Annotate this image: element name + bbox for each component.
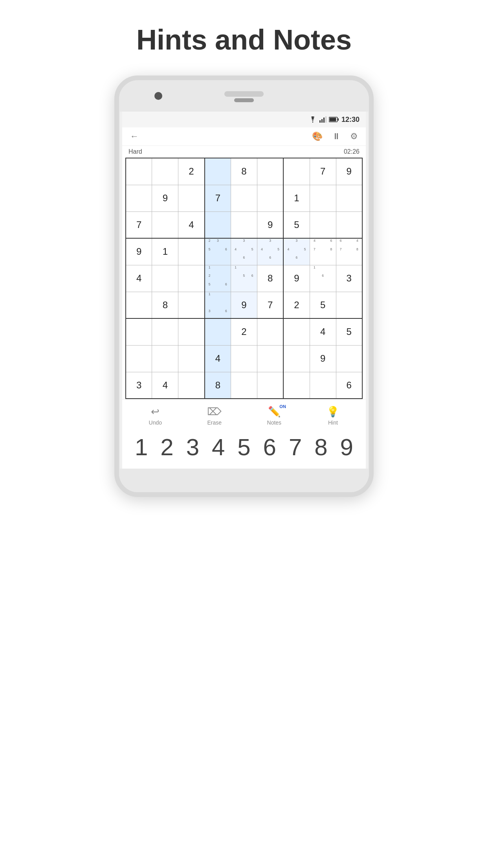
cell-r5c5[interactable]: 156 [231,265,257,292]
cell-r3c9[interactable] [336,211,362,238]
hint-button[interactable]: 💡 Hint [327,406,339,426]
cell-r2c2[interactable]: 9 [152,185,178,211]
cell-r8c1[interactable] [126,345,152,372]
cell-r1c3[interactable]: 2 [178,158,205,185]
cell-r7c4[interactable] [205,318,231,345]
cell-r6c6[interactable]: 7 [257,292,283,318]
cell-r8c6[interactable] [257,345,283,372]
cell-r4c7[interactable]: 3456 [283,238,310,265]
cell-r4c6[interactable]: 3456 [257,238,283,265]
cell-r3c1[interactable]: 7 [126,211,152,238]
cell-r1c8[interactable]: 7 [310,158,336,185]
cell-r3c8[interactable] [310,211,336,238]
cell-r6c4[interactable]: 136 [205,292,231,318]
cell-r7c9[interactable]: 5 [336,318,362,345]
cell-r3c4[interactable] [205,211,231,238]
cell-r5c2[interactable] [152,265,178,292]
digit-9[interactable]: 9 [335,434,358,461]
cell-r5c6[interactable]: 8 [257,265,283,292]
digit-5[interactable]: 5 [232,434,256,461]
digit-3[interactable]: 3 [181,434,204,461]
undo-button[interactable]: ↩ Undo [149,406,162,426]
cell-r5c4[interactable]: 1256 [205,265,231,292]
hint-icon: 💡 [327,406,339,418]
cell-r9c3[interactable] [178,372,205,399]
cell-r4c9[interactable]: 6478 [336,238,362,265]
cell-r2c7[interactable]: 1 [283,185,310,211]
digit-1[interactable]: 1 [130,434,153,461]
cell-r5c8[interactable]: 16 [310,265,336,292]
cell-r1c5[interactable]: 8 [231,158,257,185]
cell-r9c9[interactable]: 6 [336,372,362,399]
cell-r6c2[interactable]: 8 [152,292,178,318]
cell-r9c4[interactable]: 8 [205,372,231,399]
cell-r3c7[interactable]: 5 [283,211,310,238]
palette-button[interactable]: 🎨 [312,131,323,142]
cell-r4c5[interactable]: 3456 [231,238,257,265]
notes-button[interactable]: ✏️ ON Notes [267,406,282,426]
cell-r1c4[interactable] [205,158,231,185]
digit-7[interactable]: 7 [284,434,307,461]
cell-r3c3[interactable]: 4 [178,211,205,238]
cell-r1c1[interactable] [126,158,152,185]
cell-r9c7[interactable] [283,372,310,399]
cell-r2c6[interactable] [257,185,283,211]
digit-4[interactable]: 4 [207,434,230,461]
cell-r8c4[interactable]: 4 [205,345,231,372]
cell-r8c5[interactable] [231,345,257,372]
cell-r3c2[interactable] [152,211,178,238]
cell-r2c8[interactable] [310,185,336,211]
cell-r9c2[interactable]: 4 [152,372,178,399]
cell-r4c8[interactable]: 4678 [310,238,336,265]
cell-r9c1[interactable]: 3 [126,372,152,399]
cell-r6c7[interactable]: 2 [283,292,310,318]
cell-r7c6[interactable] [257,318,283,345]
cell-r6c3[interactable] [178,292,205,318]
cell-r4c3[interactable] [178,238,205,265]
cell-r7c8[interactable]: 4 [310,318,336,345]
cell-r9c5[interactable] [231,372,257,399]
cell-r5c9[interactable]: 3 [336,265,362,292]
cell-r4c4[interactable]: 2356 [205,238,231,265]
cell-r6c8[interactable]: 5 [310,292,336,318]
table-row: 3 4 8 6 [126,372,362,399]
cell-r9c8[interactable] [310,372,336,399]
cell-r3c5[interactable] [231,211,257,238]
cell-r8c2[interactable] [152,345,178,372]
cell-r1c2[interactable] [152,158,178,185]
cell-r2c1[interactable] [126,185,152,211]
cell-r3c6[interactable]: 9 [257,211,283,238]
cell-r9c6[interactable] [257,372,283,399]
digit-8[interactable]: 8 [309,434,333,461]
cell-r1c9[interactable]: 9 [336,158,362,185]
cell-r1c7[interactable] [283,158,310,185]
erase-button[interactable]: ⌦ Erase [207,406,222,426]
back-button[interactable]: ← [130,131,139,142]
cell-r2c4[interactable]: 7 [205,185,231,211]
cell-r5c1[interactable]: 4 [126,265,152,292]
pause-button[interactable]: ⏸ [332,131,341,142]
cell-r2c5[interactable] [231,185,257,211]
cell-r8c8[interactable]: 9 [310,345,336,372]
digit-2[interactable]: 2 [155,434,179,461]
cell-r2c3[interactable] [178,185,205,211]
cell-r7c5[interactable]: 2 [231,318,257,345]
cell-r1c6[interactable] [257,158,283,185]
cell-r8c3[interactable] [178,345,205,372]
cell-r6c5[interactable]: 9 [231,292,257,318]
cell-r7c7[interactable] [283,318,310,345]
digit-6[interactable]: 6 [258,434,281,461]
settings-button[interactable]: ⚙ [350,131,358,142]
cell-r4c1[interactable]: 9 [126,238,152,265]
cell-r2c9[interactable] [336,185,362,211]
cell-r8c9[interactable] [336,345,362,372]
cell-r7c2[interactable] [152,318,178,345]
cell-r7c1[interactable] [126,318,152,345]
cell-r6c9[interactable] [336,292,362,318]
cell-r6c1[interactable] [126,292,152,318]
cell-r8c7[interactable] [283,345,310,372]
cell-r5c3[interactable] [178,265,205,292]
cell-r7c3[interactable] [178,318,205,345]
cell-r5c7[interactable]: 9 [283,265,310,292]
cell-r4c2[interactable]: 1 [152,238,178,265]
